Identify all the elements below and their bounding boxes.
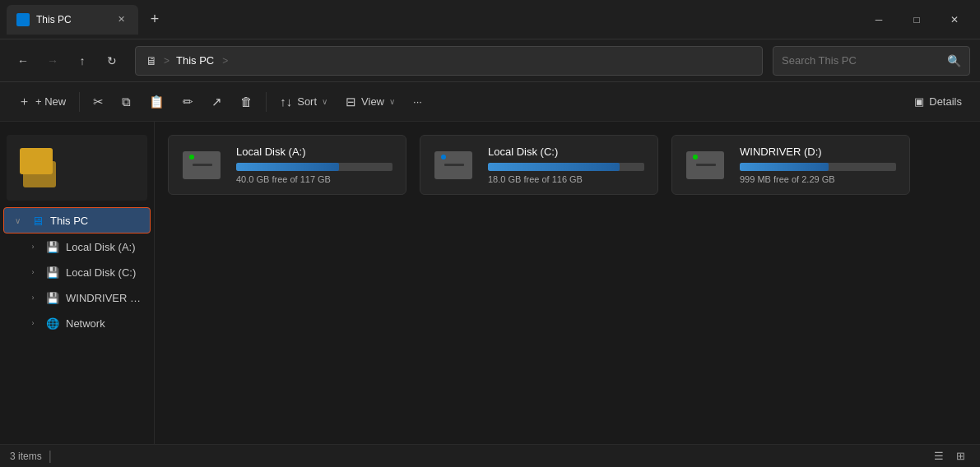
search-input[interactable]	[782, 54, 942, 67]
address-chevron: >	[222, 55, 228, 67]
sidebar-label-disk-a: Local Disk (A:)	[66, 241, 144, 253]
network-icon: 🌐	[44, 315, 61, 331]
drive-card-c[interactable]: Local Disk (C:) 18.0 GB free of 116 GB	[420, 135, 658, 195]
delete-icon: 🗑	[240, 95, 253, 109]
drive-bar-fill-d	[740, 163, 829, 171]
drive-free-c: 18.0 GB free of 116 GB	[488, 174, 644, 184]
maximize-button[interactable]: □	[898, 7, 936, 33]
sort-button[interactable]: ↑↓ Sort ∨	[272, 87, 336, 117]
this-pc-icon: 🖥	[29, 212, 45, 229]
address-separator: >	[164, 55, 170, 67]
preview-folder-2	[23, 161, 56, 187]
drive-slot-c	[444, 164, 464, 166]
drive-name-d: WINDRIVER (D:)	[740, 146, 896, 158]
drive-bar-bg-a	[236, 163, 392, 171]
sort-label: Sort	[297, 95, 317, 108]
active-tab[interactable]: This PC ✕	[7, 5, 138, 35]
drive-bar-fill-c	[488, 163, 620, 171]
toolbar-separator-2	[266, 92, 267, 112]
back-button[interactable]: ←	[10, 48, 36, 74]
new-icon: ＋	[18, 94, 30, 109]
drive-image-c	[434, 148, 476, 183]
sidebar-label-network: Network	[66, 317, 144, 330]
new-label: + New	[35, 95, 66, 108]
drive-card-a[interactable]: Local Disk (A:) 40.0 GB free of 117 GB	[168, 135, 406, 195]
drive-info-d: WINDRIVER (D:) 999 MB free of 2.29 GB	[740, 146, 896, 184]
rename-icon: ✏	[183, 95, 193, 109]
drive-free-a: 40.0 GB free of 117 GB	[236, 174, 392, 184]
windriver-chevron: ›	[26, 291, 39, 304]
share-button[interactable]: ↗	[203, 87, 230, 117]
address-bar[interactable]: 🖥 > This PC >	[135, 46, 763, 76]
search-icon: 🔍	[947, 54, 961, 67]
drive-led-d	[693, 155, 698, 160]
sidebar: ∨ 🖥 This PC › 💾 Local Disk (A:) › 💾 Loca…	[0, 122, 155, 444]
cut-button[interactable]: ✂	[85, 87, 112, 117]
new-tab-button[interactable]: +	[142, 7, 168, 33]
sidebar-item-network[interactable]: › 🌐 Network	[3, 311, 151, 335]
monitor-icon: 🖥	[146, 54, 157, 67]
sort-icon: ↑↓	[280, 95, 292, 109]
drive-free-d: 999 MB free of 2.29 GB	[740, 174, 896, 184]
forward-button[interactable]: →	[39, 48, 66, 74]
status-bar: 3 items | ☰ ⊞	[0, 444, 980, 467]
drive-bar-bg-c	[488, 163, 644, 171]
drive-led-c	[441, 155, 446, 160]
view-button[interactable]: ⊟ View ∨	[337, 87, 403, 117]
content-area: Local Disk (A:) 40.0 GB free of 117 GB	[155, 122, 980, 444]
search-bar[interactable]: 🔍	[773, 46, 970, 76]
nav-bar: ← → ↑ ↻ 🖥 > This PC > 🔍	[0, 39, 980, 82]
list-view-button[interactable]: ☰	[929, 447, 949, 465]
drive-card-d[interactable]: WINDRIVER (D:) 999 MB free of 2.29 GB	[671, 135, 910, 195]
sidebar-preview	[7, 135, 147, 201]
rename-button[interactable]: ✏	[174, 87, 202, 117]
this-pc-chevron: ∨	[11, 214, 24, 227]
refresh-button[interactable]: ↻	[99, 48, 125, 74]
item-count: 3 items	[10, 451, 42, 462]
view-icon: ⊟	[346, 95, 356, 109]
drive-info-c: Local Disk (C:) 18.0 GB free of 116 GB	[488, 146, 644, 184]
sidebar-item-disk-c[interactable]: › 💾 Local Disk (C:)	[3, 260, 151, 284]
delete-button[interactable]: 🗑	[232, 87, 261, 117]
toolbar-separator-1	[79, 92, 80, 112]
cut-icon: ✂	[93, 95, 104, 109]
drive-name-a: Local Disk (A:)	[236, 146, 392, 158]
copy-icon: ⧉	[122, 95, 131, 109]
drive-bar-bg-d	[740, 163, 896, 171]
disk-c-icon: 💾	[44, 264, 61, 280]
drive-illustration-d	[686, 149, 727, 182]
close-button[interactable]: ✕	[936, 7, 973, 33]
disk-c-chevron: ›	[26, 266, 39, 279]
drive-slot-a	[193, 164, 212, 166]
windriver-icon: 💾	[44, 289, 61, 306]
more-icon: ···	[413, 95, 422, 108]
tab-close-button[interactable]: ✕	[114, 12, 128, 27]
minimize-button[interactable]: ─	[860, 7, 898, 33]
tab-title: This PC	[36, 14, 107, 25]
sort-chevron: ∨	[322, 97, 327, 106]
view-label: View	[361, 95, 384, 108]
share-icon: ↗	[211, 95, 222, 109]
drive-illustration-a	[183, 149, 224, 182]
paste-button[interactable]: 📋	[141, 87, 173, 117]
grid-view-button[interactable]: ⊞	[950, 447, 970, 465]
drives-grid: Local Disk (A:) 40.0 GB free of 117 GB	[168, 135, 967, 195]
drive-info-a: Local Disk (A:) 40.0 GB free of 117 GB	[236, 146, 392, 184]
more-button[interactable]: ···	[405, 87, 430, 117]
sidebar-label-disk-c: Local Disk (C:)	[66, 266, 144, 279]
sidebar-item-this-pc[interactable]: ∨ 🖥 This PC	[3, 207, 151, 234]
drive-image-a	[182, 148, 225, 183]
main-content: ∨ 🖥 This PC › 💾 Local Disk (A:) › 💾 Loca…	[0, 122, 980, 444]
new-button[interactable]: ＋ + New	[10, 87, 74, 117]
disk-a-icon: 💾	[44, 238, 61, 255]
drive-bar-fill-a	[236, 163, 339, 171]
copy-button[interactable]: ⧉	[114, 87, 139, 117]
drive-led-a	[189, 155, 194, 160]
disk-a-chevron: ›	[26, 240, 39, 253]
drive-illustration-c	[434, 149, 476, 182]
details-button[interactable]: ▣ Details	[906, 87, 970, 117]
details-label: Details	[929, 95, 962, 108]
up-button[interactable]: ↑	[69, 48, 95, 74]
sidebar-item-disk-a[interactable]: › 💾 Local Disk (A:)	[3, 234, 151, 259]
sidebar-item-windriver[interactable]: › 💾 WINDRIVER (D:	[3, 285, 151, 310]
